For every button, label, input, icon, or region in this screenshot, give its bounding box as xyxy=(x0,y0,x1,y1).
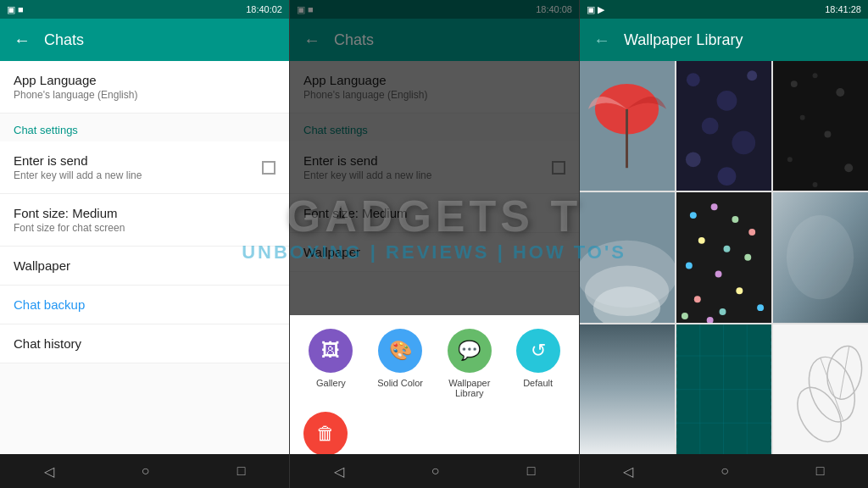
svg-point-30 xyxy=(698,237,705,244)
wallpaper-thumb-5[interactable] xyxy=(676,192,771,322)
wallpaper-library-icon: 💬 xyxy=(448,329,492,373)
panel1-chat-settings-header: Chat settings xyxy=(0,114,289,141)
svg-point-26 xyxy=(690,212,697,219)
panel2: ▣ ■ 18:40:08 ← Chats App Language Phone'… xyxy=(290,0,580,488)
svg-point-5 xyxy=(687,73,700,86)
panel3-time: 18:41:28 xyxy=(825,4,861,14)
svg-point-35 xyxy=(694,297,701,303)
svg-point-7 xyxy=(747,70,757,80)
panel1-enter-send-title: Enter is send xyxy=(14,153,142,168)
solid-color-option[interactable]: 🎨 Solid Color xyxy=(377,329,423,398)
panel3-back-button[interactable]: ← xyxy=(593,30,610,50)
panel1-font-size-title: Font size: Medium xyxy=(14,206,275,220)
panel1-chat-history-title: Chat history xyxy=(14,336,275,351)
panel1-time: 18:40:02 xyxy=(246,4,282,14)
panel1-font-size[interactable]: Font size: Medium Font size for chat scr… xyxy=(0,194,289,247)
panel3-nav-recent[interactable]: □ xyxy=(816,463,825,479)
svg-point-15 xyxy=(836,88,844,97)
panel1-content: App Language Phone's language (English) … xyxy=(0,61,289,454)
svg-point-8 xyxy=(702,118,719,135)
svg-point-13 xyxy=(791,80,798,87)
panel3-nav-home[interactable]: ○ xyxy=(721,463,729,479)
panel1-wallpaper[interactable]: Wallpaper xyxy=(0,247,289,286)
svg-point-6 xyxy=(717,91,737,111)
wallpaper-options-row: 🖼 Gallery 🎨 Solid Color 💬 WallpaperLibra… xyxy=(290,329,579,398)
panel1-nav-recent[interactable]: □ xyxy=(237,463,246,479)
wallpaper-thumb-2[interactable] xyxy=(676,61,771,191)
wallpaper-library-label: WallpaperLibrary xyxy=(448,378,490,398)
svg-point-28 xyxy=(732,216,738,223)
svg-point-31 xyxy=(724,246,731,252)
panel3-status-left: ▣ ▶ xyxy=(587,4,604,15)
svg-point-40 xyxy=(682,313,688,319)
default-option[interactable]: ↺ Default xyxy=(516,329,560,398)
panel3-bottom-nav: ◁ ○ □ xyxy=(580,454,868,488)
svg-point-19 xyxy=(844,164,853,172)
default-icon: ↺ xyxy=(516,329,560,373)
panel1-enter-is-send[interactable]: Enter is send Enter key will add a new l… xyxy=(0,141,289,194)
panel2-nav-back[interactable]: ◁ xyxy=(334,463,344,480)
wallpaper-library-option[interactable]: 💬 WallpaperLibrary xyxy=(448,329,492,398)
svg-point-18 xyxy=(787,157,793,162)
panel1-chat-history[interactable]: Chat history xyxy=(0,324,289,363)
svg-rect-25 xyxy=(676,192,771,322)
solid-color-label: Solid Color xyxy=(377,378,423,388)
panel1-app-language-title: App Language xyxy=(14,73,275,87)
wallpaper-grid xyxy=(580,61,868,454)
gallery-label: Gallery xyxy=(316,378,346,388)
svg-point-32 xyxy=(686,263,693,269)
panel1-chat-backup[interactable]: Chat backup xyxy=(0,286,289,324)
solid-color-icon: 🎨 xyxy=(378,329,422,373)
panel1-chat-backup-title: Chat backup xyxy=(14,297,275,312)
svg-point-33 xyxy=(715,271,722,278)
panel1-title: Chats xyxy=(44,31,84,49)
svg-point-34 xyxy=(744,254,751,261)
svg-rect-43 xyxy=(580,324,675,454)
panel2-nav-recent[interactable]: □ xyxy=(527,463,536,479)
wallpaper-thumb-8[interactable] xyxy=(676,324,771,454)
panel1-app-language[interactable]: App Language Phone's language (English) xyxy=(0,61,289,114)
gallery-option[interactable]: 🖼 Gallery xyxy=(309,329,353,398)
default-label: Default xyxy=(523,378,553,388)
panel1-enter-send-sub: Enter key will add a new line xyxy=(14,169,142,181)
panel1-status-left-icons: ▣ ■ xyxy=(7,4,24,15)
svg-rect-12 xyxy=(773,61,868,191)
svg-point-36 xyxy=(736,288,743,295)
svg-point-17 xyxy=(824,131,831,138)
panel1-wallpaper-title: Wallpaper xyxy=(14,258,275,273)
svg-point-11 xyxy=(718,167,737,186)
svg-point-9 xyxy=(732,131,755,155)
svg-point-16 xyxy=(800,115,805,120)
panel1-app-bar: ← Chats xyxy=(0,19,289,61)
panel3-status-bar: ▣ ▶ 18:41:28 xyxy=(580,0,868,19)
panel1-font-size-sub: Font size for chat screen xyxy=(14,222,275,234)
panel2-overlay[interactable]: 🖼 Gallery 🎨 Solid Color 💬 WallpaperLibra… xyxy=(290,0,579,488)
wallpaper-thumb-4[interactable] xyxy=(580,192,675,322)
svg-point-27 xyxy=(711,204,718,211)
wallpaper-thumb-9[interactable] xyxy=(773,324,868,454)
panel3-nav-back[interactable]: ◁ xyxy=(623,463,633,480)
panel1-enter-send-checkbox[interactable] xyxy=(262,161,275,175)
panel2-bottom-nav: ◁ ○ □ xyxy=(290,454,579,488)
panel1-back-button[interactable]: ← xyxy=(14,30,31,50)
svg-point-42 xyxy=(787,215,854,299)
panel1-status-right: 18:40:02 xyxy=(246,4,282,14)
svg-point-37 xyxy=(720,308,726,315)
panel1-app-language-sub: Phone's language (English) xyxy=(14,89,275,101)
wallpaper-thumb-1[interactable] xyxy=(580,61,675,191)
panel3-title: Wallpaper Library xyxy=(624,31,743,49)
wallpaper-thumb-6[interactable] xyxy=(773,192,868,322)
panel1-nav-back[interactable]: ◁ xyxy=(44,463,54,480)
svg-point-20 xyxy=(813,182,818,187)
no-wallpaper-button[interactable]: 🗑 xyxy=(303,412,348,456)
panel3-app-bar: ← Wallpaper Library xyxy=(580,19,868,61)
panel1-status-bar: ▣ ■ 18:40:02 xyxy=(0,0,289,19)
wallpaper-thumb-7[interactable] xyxy=(580,324,675,454)
svg-point-10 xyxy=(686,152,701,167)
panel1-nav-home[interactable]: ○ xyxy=(142,463,150,479)
panel3-status-right: 18:41:28 xyxy=(825,4,861,14)
svg-point-38 xyxy=(757,304,764,311)
wallpaper-thumb-3[interactable] xyxy=(773,61,868,191)
panel1-bottom-nav: ◁ ○ □ xyxy=(0,454,289,488)
panel2-nav-home[interactable]: ○ xyxy=(431,463,440,479)
